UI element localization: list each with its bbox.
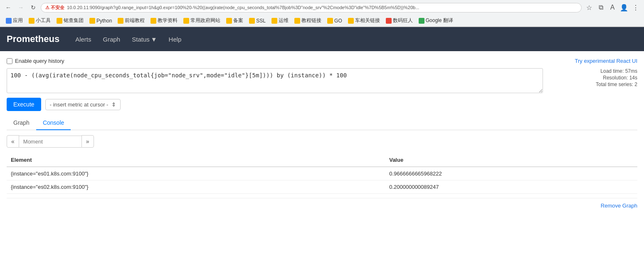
tab-graph[interactable]: Graph — [7, 116, 36, 130]
table-body: {instance="es01.k8s.com:9100"}0.96666666… — [7, 167, 637, 194]
reload-button[interactable]: ↻ — [28, 2, 38, 12]
tools-icon — [29, 18, 35, 24]
security-label: 不安全 — [51, 5, 64, 10]
python-icon — [89, 18, 95, 24]
time-input[interactable] — [19, 136, 81, 148]
bookmark-ops[interactable]: 运维 — [269, 16, 291, 25]
ops-icon — [271, 18, 277, 24]
translate-bk-icon — [419, 18, 424, 24]
translate-icon[interactable]: A — [607, 2, 617, 12]
bookmark-label: 铭查集团 — [64, 17, 84, 24]
time-nav: « » — [7, 135, 637, 148]
bookmark-label: 小工具 — [36, 17, 51, 24]
nav-status[interactable]: Status ▼ — [126, 28, 163, 50]
teaching-icon — [151, 18, 156, 24]
bookmark-label: GO — [334, 18, 342, 24]
tabs: Graph Console — [7, 116, 637, 130]
nav-status-label: Status — [132, 36, 150, 43]
metric-selector[interactable]: - insert metric at cursor - ⇕ — [45, 99, 121, 110]
extension-icon[interactable]: ⧉ — [596, 2, 606, 12]
bookmark-label: 教学资料 — [158, 17, 178, 24]
query-info: Load time: 57ms Resolution: 14s Total ti… — [563, 68, 637, 87]
bookmark-apps[interactable]: 应用 — [3, 16, 25, 25]
backup-icon — [226, 18, 232, 24]
bookmark-mingcha[interactable]: 铭查集团 — [54, 16, 86, 25]
cell-value: 0.9666666665968222 — [385, 167, 637, 180]
bookmark-car[interactable]: 车相关链接 — [345, 16, 382, 25]
metric-selector-arrow-icon: ⇕ — [111, 101, 116, 108]
nav-alerts[interactable]: Alerts — [69, 28, 97, 50]
query-input[interactable]: 100 - ((avg(irate(node_cpu_seconds_total… — [7, 68, 543, 93]
try-react-link[interactable]: Try experimental React UI — [575, 58, 637, 64]
menu-icon[interactable]: ⋮ — [631, 2, 641, 12]
execute-button[interactable]: Execute — [7, 98, 41, 111]
bookmark-label: 车相关链接 — [355, 17, 380, 24]
nav-graph[interactable]: Graph — [97, 28, 126, 50]
main-content: Enable query history Try experimental Re… — [0, 51, 644, 259]
prom-nav-links: Alerts Graph Status ▼ Help — [69, 28, 187, 50]
results-table: Element Value {instance="es01.k8s.com:91… — [7, 153, 637, 194]
tutorial-links-icon — [294, 18, 300, 24]
table-header: Element Value — [7, 153, 637, 167]
security-warning-icon: ⚠ 不安全 — [45, 5, 64, 11]
bookmarks-bar: 应用 小工具 铭查集团 Python 前端教程 教学资料 常用政府网站 备案 — [0, 15, 644, 27]
bookmark-label: 常用政府网站 — [190, 17, 220, 24]
browser-chrome: ← → ↻ ⚠ 不安全 ☆ ⧉ A 👤 ⋮ 应用 小工具 铭查集团 — [0, 0, 644, 27]
query-area: 100 - ((avg(irate(node_cpu_seconds_total… — [7, 68, 637, 116]
resolution: Resolution: 14s — [603, 75, 637, 81]
car-icon — [348, 18, 354, 24]
add-graph-section: Add Graph — [0, 259, 644, 262]
mingcha-icon — [57, 18, 62, 24]
metric-selector-label: - insert metric at cursor - — [50, 101, 109, 108]
cell-value: 0.200000000089247 — [385, 180, 637, 194]
table-row: {instance="es01.k8s.com:9100"}0.96666666… — [7, 167, 637, 180]
bookmark-label: 教程链接 — [301, 17, 321, 24]
time-next-button[interactable]: » — [81, 135, 94, 148]
apps-icon — [6, 18, 12, 24]
bookmark-tools[interactable]: 小工具 — [26, 16, 53, 25]
bookmark-label: Python — [96, 18, 112, 24]
bookmark-python[interactable]: Python — [87, 17, 114, 25]
bookmark-star-icon[interactable]: ☆ — [584, 2, 594, 12]
enable-history-label[interactable]: Enable query history — [15, 58, 64, 64]
address-bar: ⚠ 不安全 — [41, 3, 582, 12]
top-bar: Enable query history Try experimental Re… — [7, 58, 637, 64]
table-row: {instance="es02.k8s.com:9100"}0.20000000… — [7, 180, 637, 194]
bookmark-frontend[interactable]: 前端教程 — [115, 16, 147, 25]
bookmark-label: 运维 — [279, 17, 289, 24]
back-button[interactable]: ← — [3, 2, 13, 12]
bookmark-tutorial-links[interactable]: 教程链接 — [292, 16, 324, 25]
prom-title: Prometheus — [7, 34, 59, 44]
bottom-bar: Remove Graph — [7, 198, 637, 211]
gov-icon — [183, 18, 189, 24]
nav-help[interactable]: Help — [163, 28, 188, 50]
cell-element: {instance="es01.k8s.com:9100"} — [7, 167, 385, 180]
browser-toolbar: ← → ↻ ⚠ 不安全 ☆ ⧉ A 👤 ⋮ — [0, 0, 644, 15]
col-element: Element — [7, 153, 385, 167]
bookmark-gov[interactable]: 常用政府网站 — [181, 16, 223, 25]
bookmark-go[interactable]: GO — [325, 17, 345, 25]
cell-element: {instance="es02.k8s.com:9100"} — [7, 180, 385, 194]
table-header-row: Element Value — [7, 153, 637, 167]
bookmark-label: 前端教程 — [125, 17, 145, 24]
total-series: Total time series: 2 — [596, 82, 637, 87]
time-prev-button[interactable]: « — [7, 135, 19, 148]
remove-graph-link[interactable]: Remove Graph — [601, 203, 637, 209]
ssl-icon — [249, 18, 255, 24]
bookmark-label: 应用 — [13, 17, 23, 24]
bookmark-teaching[interactable]: 教学资料 — [148, 16, 180, 25]
bookmark-digital[interactable]: 数码狂人 — [383, 16, 415, 25]
bookmark-label: SSL — [256, 18, 266, 24]
digital-icon — [386, 18, 392, 24]
bookmark-ssl[interactable]: SSL — [247, 17, 268, 25]
forward-button[interactable]: → — [16, 2, 26, 12]
col-value: Value — [385, 153, 637, 167]
tab-console[interactable]: Console — [36, 116, 71, 130]
enable-history-checkbox[interactable] — [7, 58, 12, 64]
bookmark-translate[interactable]: Google 翻译 — [416, 16, 456, 25]
toolbar-icons: ☆ ⧉ A 👤 ⋮ — [584, 2, 641, 12]
bookmark-backup[interactable]: 备案 — [224, 16, 246, 25]
profile-icon[interactable]: 👤 — [619, 2, 629, 12]
frontend-icon — [118, 18, 123, 24]
url-input[interactable] — [67, 5, 577, 10]
